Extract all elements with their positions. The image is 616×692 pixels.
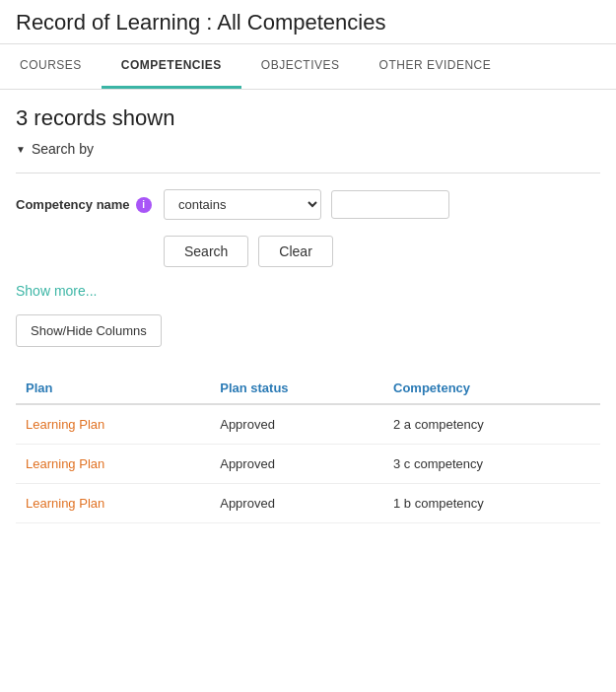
arrow-icon: ▼	[16, 144, 26, 155]
plan-link[interactable]: Learning Plan	[16, 484, 210, 523]
plan-link[interactable]: Learning Plan	[16, 404, 210, 445]
competency-value: 1 b competency	[383, 484, 600, 523]
show-more-link[interactable]: Show more...	[16, 283, 97, 299]
tab-other-evidence[interactable]: OTHER EVIDENCE	[360, 44, 512, 89]
filter-input[interactable]	[331, 190, 449, 219]
plan-status: Approved	[210, 445, 383, 484]
data-table: Plan Plan status Competency Learning Pla…	[16, 373, 600, 523]
table-row: Learning Plan Approved 2 a competency	[16, 404, 600, 445]
plan-link[interactable]: Learning Plan	[16, 445, 210, 484]
table-row: Learning Plan Approved 3 c competency	[16, 445, 600, 484]
filter-select[interactable]: contains does not contain is equal to st…	[164, 189, 321, 220]
tab-courses[interactable]: COURSES	[0, 44, 102, 89]
table-row: Learning Plan Approved 1 b competency	[16, 484, 600, 523]
tabs-container: COURSES COMPETENCIES OBJECTIVES OTHER EV…	[0, 44, 616, 90]
col-header-plan: Plan	[16, 373, 210, 404]
search-by-toggle[interactable]: ▼ Search by	[16, 141, 600, 157]
search-by-label: Search by	[32, 141, 94, 157]
col-header-plan-status: Plan status	[210, 373, 383, 404]
search-section: Competency name i contains does not cont…	[16, 173, 600, 267]
plan-status: Approved	[210, 404, 383, 445]
page-title: Record of Learning : All Competencies	[0, 0, 616, 44]
tab-competencies[interactable]: COMPETENCIES	[102, 44, 241, 89]
tab-objectives[interactable]: OBJECTIVES	[241, 44, 360, 89]
plan-status: Approved	[210, 484, 383, 523]
clear-button[interactable]: Clear	[258, 236, 332, 267]
competency-name-label: Competency name	[16, 197, 130, 212]
show-hide-columns-button[interactable]: Show/Hide Columns	[16, 314, 162, 347]
competency-value: 2 a competency	[383, 404, 600, 445]
competency-value: 3 c competency	[383, 445, 600, 484]
info-icon[interactable]: i	[136, 197, 152, 213]
records-count: 3 records shown	[16, 105, 600, 131]
search-button[interactable]: Search	[164, 236, 248, 267]
col-header-competency: Competency	[383, 373, 600, 404]
